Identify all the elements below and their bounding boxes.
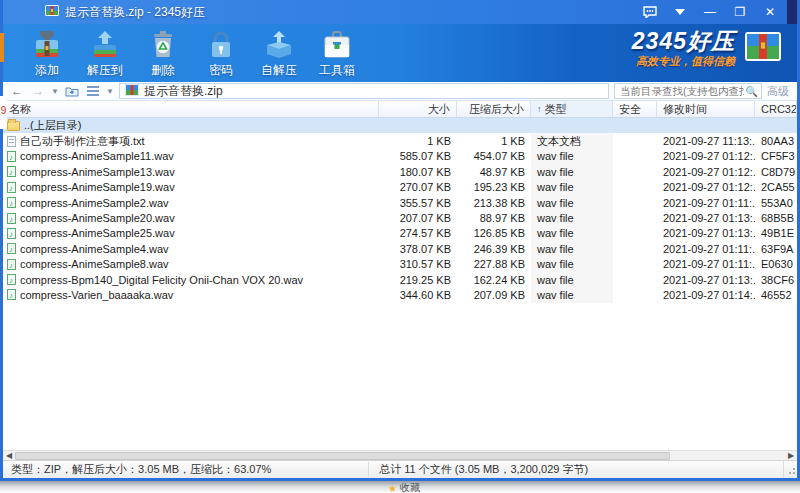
column-header-3[interactable]: ↑类型: [531, 101, 613, 117]
table-row[interactable]: compress-AnimeSample11.wav585.07 KB454.0…: [3, 149, 797, 164]
toolbar-button-delete[interactable]: 删除: [135, 24, 191, 82]
type-cell: wav file: [531, 241, 613, 256]
file-name: 自己动手制作注意事项.txt: [20, 134, 145, 149]
column-header-label: CRC32: [761, 103, 797, 115]
modified-time-cell: 2021-09-27 01:12:...: [657, 180, 755, 195]
scrollbar-thumb[interactable]: [15, 452, 670, 460]
password-icon: [204, 28, 238, 60]
table-row[interactable]: compress-AnimeSample8.wav310.57 KB227.88…: [3, 257, 797, 272]
file-name-cell: compress-AnimeSample19.wav: [3, 180, 379, 195]
packed-size-cell: 48.97 KB: [457, 164, 531, 179]
column-header-row: 名称大小压缩后大小↑类型安全修改时间CRC32: [3, 101, 797, 118]
type-cell: wav file: [531, 195, 613, 210]
type-cell: wav file: [531, 287, 613, 302]
close-button[interactable]: ✕: [757, 3, 783, 21]
type-cell: wav file: [531, 164, 613, 179]
table-row[interactable]: 自己动手制作注意事项.txt1 KB1 KB文本文档2021-09-27 11:…: [3, 133, 797, 148]
type-cell: wav file: [531, 226, 613, 241]
type-cell: 文本文档: [531, 133, 613, 148]
history-dropdown-icon[interactable]: ▼: [51, 83, 59, 99]
table-row[interactable]: compress-AnimeSample19.wav270.07 KB195.2…: [3, 180, 797, 195]
table-row[interactable]: compress-AnimeSample13.wav180.07 KB48.97…: [3, 164, 797, 179]
wav-file-icon: [7, 213, 16, 224]
packed-size-cell: 207.09 KB: [457, 287, 531, 302]
crc32-cell: 80AA3: [755, 133, 797, 148]
view-list-icon[interactable]: [85, 83, 101, 99]
table-row[interactable]: compress-Varien_baaaaka.wav344.60 KB207.…: [3, 287, 797, 302]
security-cell: [613, 180, 657, 195]
toolbar-button-sfx[interactable]: 自解压: [251, 24, 307, 82]
type-cell: wav file: [531, 272, 613, 287]
toolbar: 添加解压到删除密码自解压工具箱 2345好压 高效专业，值得信赖: [3, 24, 797, 82]
search-icon[interactable]: 🔍: [746, 86, 758, 97]
toolbar-button-label: 添加: [35, 62, 59, 79]
table-row[interactable]: compress-Bpm140_Digital Felicity Onii-Ch…: [3, 272, 797, 287]
column-header-5[interactable]: 修改时间: [657, 101, 755, 117]
type-cell: wav file: [531, 180, 613, 195]
wav-file-icon: [7, 166, 16, 177]
file-name-cell: compress-AnimeSample4.wav: [3, 241, 379, 256]
modified-time-cell: 2021-09-27 01:14:...: [657, 287, 755, 302]
maximize-button[interactable]: ❐: [727, 3, 753, 21]
column-header-4[interactable]: 安全: [613, 101, 657, 117]
advanced-search-link[interactable]: 高级: [767, 84, 791, 99]
column-header-1[interactable]: 大小: [379, 101, 457, 117]
screen: 提示音替换.zip - 2345好压 — ❐ ✕ 添加解压到删除密码自解压工具箱…: [0, 0, 800, 493]
brand-tagline: 高效专业，值得信赖: [632, 54, 735, 68]
table-row[interactable]: compress-AnimeSample4.wav378.07 KB246.39…: [3, 241, 797, 256]
packed-size-cell: 213.38 KB: [457, 195, 531, 210]
view-dropdown-icon[interactable]: ▼: [106, 83, 114, 99]
security-cell: [613, 287, 657, 302]
app-window: 提示音替换.zip - 2345好压 — ❐ ✕ 添加解压到删除密码自解压工具箱…: [0, 0, 800, 481]
skin-menu-icon[interactable]: [667, 3, 693, 21]
file-name-cell: compress-AnimeSample20.wav: [3, 210, 379, 225]
desktop-icon-sliver-badge: 9: [0, 96, 7, 129]
toolbar-button-label: 密码: [209, 62, 233, 79]
file-name-cell: ..(上层目录): [3, 118, 379, 133]
path-box[interactable]: 提示音替换.zip: [119, 83, 609, 99]
security-cell: [613, 257, 657, 272]
size-cell: 1 KB: [379, 133, 457, 148]
size-cell: 207.07 KB: [379, 210, 457, 225]
table-row[interactable]: compress-AnimeSample20.wav207.07 KB88.97…: [3, 210, 797, 225]
toolbar-button-label: 自解压: [261, 62, 297, 79]
back-icon[interactable]: ←: [9, 83, 25, 99]
search-input[interactable]: [618, 84, 746, 98]
scroll-left-icon[interactable]: ◀: [3, 451, 15, 461]
toolbar-button-add[interactable]: 添加: [19, 24, 75, 82]
totals-info: 总计 11 个文件 (3.05 MB，3,200,029 字节): [368, 462, 783, 477]
table-row[interactable]: compress-AnimeSample2.wav355.57 KB213.38…: [3, 195, 797, 210]
title-left: 提示音替换.zip - 2345好压: [3, 4, 637, 21]
column-header-0[interactable]: 名称: [3, 101, 379, 117]
column-header-label: 类型: [545, 102, 567, 117]
minimize-button[interactable]: —: [697, 3, 723, 21]
column-header-2[interactable]: 压缩后大小: [457, 101, 531, 117]
scrollbar-track[interactable]: [15, 451, 785, 461]
packed-size-cell: 162.24 KB: [457, 272, 531, 287]
resize-grip[interactable]: [783, 461, 797, 478]
packed-size-cell: 246.39 KB: [457, 241, 531, 256]
toolbar-button-password[interactable]: 密码: [193, 24, 249, 82]
search-box: 🔍: [614, 83, 762, 99]
size-cell: [379, 118, 457, 133]
toolbar-button-toolbox[interactable]: 工具箱: [309, 24, 365, 82]
wav-file-icon: [7, 197, 16, 208]
feedback-icon[interactable]: [637, 3, 663, 21]
column-header-6[interactable]: CRC32: [755, 101, 797, 117]
wav-file-icon: [7, 274, 16, 285]
file-name: compress-AnimeSample2.wav: [20, 197, 169, 209]
table-row[interactable]: compress-AnimeSample25.wav274.57 KB126.8…: [3, 226, 797, 241]
brand-name: 2345好压: [632, 28, 735, 54]
security-cell: [613, 210, 657, 225]
column-header-label: 大小: [428, 102, 450, 117]
table-row[interactable]: ..(上层目录): [3, 118, 797, 133]
window-title: 提示音替换.zip - 2345好压: [65, 4, 205, 21]
forward-icon[interactable]: →: [30, 83, 46, 99]
toolbar-button-extract[interactable]: 解压到: [77, 24, 133, 82]
sort-ascending-icon: ↑: [537, 104, 542, 114]
favorite-button-fragment[interactable]: ★ 收藏: [388, 481, 420, 493]
scroll-right-icon[interactable]: ▶: [785, 451, 797, 461]
up-folder-icon[interactable]: [64, 83, 80, 99]
sfx-icon: [262, 28, 296, 60]
size-cell: 219.25 KB: [379, 272, 457, 287]
